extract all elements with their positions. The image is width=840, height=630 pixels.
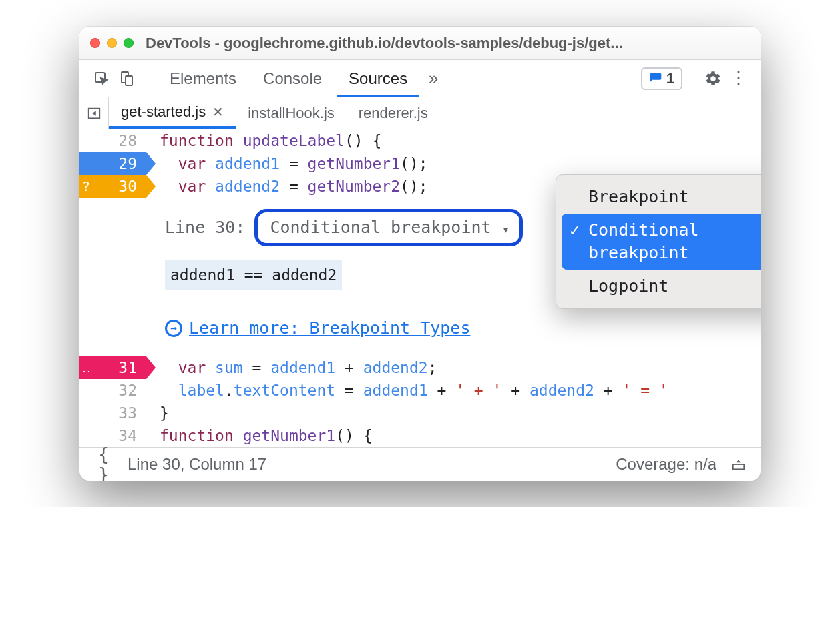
settings-gear-icon[interactable]: [702, 67, 724, 90]
traffic-lights: [90, 38, 134, 48]
code-line: 29 var addend1 = getNumber1();: [79, 152, 761, 175]
file-tab-label: get-started.js: [121, 103, 206, 121]
file-tab-get-started[interactable]: get-started.js ✕: [109, 97, 236, 129]
dropdown-item-logpoint[interactable]: Logpoint: [562, 270, 761, 303]
svg-rect-4: [733, 464, 745, 469]
breakpoint-type-dropdown: Breakpoint Conditional breakpoint Logpoi…: [556, 174, 761, 309]
learn-more-text[interactable]: Learn more: Breakpoint Types: [189, 317, 470, 340]
show-drawer-icon[interactable]: [727, 453, 750, 476]
divider: [692, 69, 692, 89]
window-title: DevTools - googlechrome.github.io/devtoo…: [146, 35, 623, 52]
code-line: 28 function updateLabel() {: [79, 129, 761, 152]
tab-console[interactable]: Console: [251, 60, 334, 97]
navigator-toggle-icon[interactable]: [79, 97, 109, 129]
file-tab-renderer[interactable]: renderer.js: [347, 97, 440, 129]
zoom-window-button[interactable]: [124, 38, 134, 48]
code-line: 33 }: [79, 402, 761, 424]
arrow-right-circle-icon: →: [165, 320, 182, 337]
divider: [148, 69, 148, 89]
file-tabs: get-started.js ✕ installHook.js renderer…: [79, 97, 761, 129]
close-icon[interactable]: ✕: [212, 104, 224, 120]
breakpoint-line-label: Line 30:: [165, 216, 245, 239]
line-number[interactable]: 28: [79, 129, 146, 152]
inspect-element-icon[interactable]: [90, 67, 113, 90]
breakpoint-editor-panel: Line 30: Conditional breakpoint addend1 …: [146, 198, 761, 356]
file-tab-installhook[interactable]: installHook.js: [236, 97, 347, 129]
close-window-button[interactable]: [90, 38, 100, 48]
svg-rect-2: [126, 76, 132, 85]
dropdown-item-breakpoint[interactable]: Breakpoint: [562, 180, 761, 214]
line-number[interactable]: 33: [79, 402, 146, 424]
tab-sources[interactable]: Sources: [337, 60, 419, 97]
file-tab-label: installHook.js: [248, 105, 335, 122]
file-tab-label: renderer.js: [359, 105, 428, 122]
main-toolbar: Elements Console Sources » 1 ⋮: [79, 60, 761, 97]
breakpoint-type-value: Conditional breakpoint: [270, 218, 491, 237]
learn-more-link[interactable]: → Learn more: Breakpoint Types: [165, 317, 761, 340]
pretty-print-icon[interactable]: { }: [90, 444, 117, 481]
coverage-label: Coverage: n/a: [616, 455, 716, 474]
more-menu-icon[interactable]: ⋮: [727, 67, 750, 90]
cursor-position: Line 30, Column 17: [128, 455, 266, 474]
issues-count: 1: [666, 70, 674, 87]
dropdown-item-conditional-breakpoint[interactable]: Conditional breakpoint: [562, 214, 761, 270]
issues-badge[interactable]: 1: [641, 67, 682, 90]
code-line: 32 label.textContent = addend1 + ' + ' +…: [79, 379, 761, 402]
question-mark-icon: ?: [82, 175, 90, 198]
more-tabs-icon[interactable]: »: [422, 67, 445, 90]
code-line: ‥31 var sum = addend1 + addend2;: [79, 356, 761, 379]
line-number-conditional-breakpoint[interactable]: ?30: [79, 175, 146, 198]
breakpoint-condition-input[interactable]: addend1 == addend2: [165, 260, 342, 290]
dots-icon: ‥: [82, 356, 91, 379]
line-number-logpoint[interactable]: ‥31: [79, 356, 146, 379]
line-number-breakpoint[interactable]: 29: [79, 152, 146, 175]
status-bar: { } Line 30, Column 17 Coverage: n/a: [79, 447, 761, 481]
breakpoint-type-select[interactable]: Conditional breakpoint: [254, 209, 522, 246]
titlebar: DevTools - googlechrome.github.io/devtoo…: [79, 27, 761, 60]
code-editor[interactable]: 28 function updateLabel() { 29 var adden…: [79, 129, 761, 447]
minimize-window-button[interactable]: [107, 38, 117, 48]
tab-elements[interactable]: Elements: [158, 60, 248, 97]
code-line: 34 function getNumber1() {: [79, 424, 761, 447]
device-toolbar-icon[interactable]: [116, 67, 138, 90]
line-number[interactable]: 32: [79, 379, 146, 402]
devtools-window: DevTools - googlechrome.github.io/devtoo…: [79, 27, 761, 481]
line-number[interactable]: 34: [79, 424, 146, 447]
